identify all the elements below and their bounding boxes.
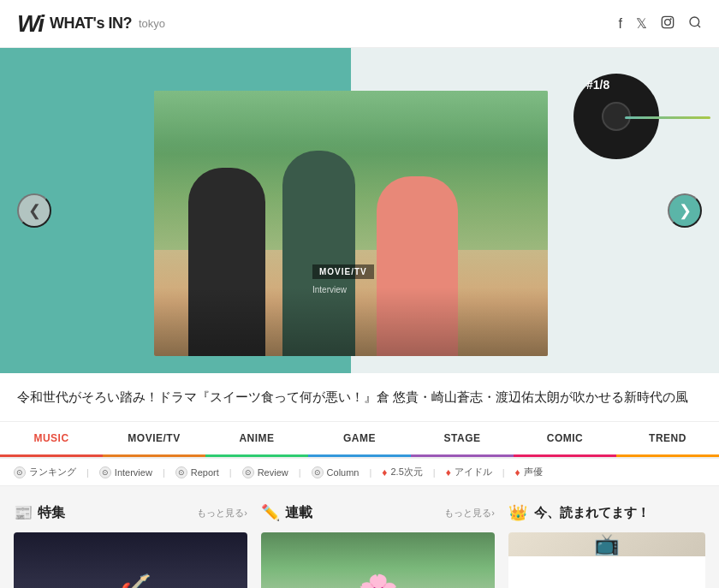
tag-ranking-icon: ⊙ bbox=[14, 466, 26, 478]
tokushu-header: 📰 特集 もっと見る› bbox=[14, 503, 247, 522]
svg-point-3 bbox=[690, 17, 699, 27]
tag-review-icon: ⊙ bbox=[242, 466, 254, 478]
logo-sub: tokyo bbox=[139, 17, 165, 30]
cat-nav-comic[interactable]: COMIC bbox=[514, 422, 616, 457]
svg-line-4 bbox=[698, 25, 700, 27]
svg-point-2 bbox=[670, 18, 672, 20]
rensai-more-link[interactable]: もっと見る› bbox=[444, 507, 495, 520]
svg-point-1 bbox=[665, 19, 671, 25]
trending-thumb-1: 📺 bbox=[508, 532, 705, 556]
tag-idol-icon: ♦ bbox=[446, 466, 451, 478]
tag-2-5-icon: ♦ bbox=[382, 466, 387, 478]
record-container: #1/8 bbox=[573, 74, 668, 168]
tag-seiyuu[interactable]: ♦ 声優 bbox=[515, 466, 543, 478]
record-line bbox=[625, 116, 710, 119]
rensai-header: ✏️ 連載 もっと見る› bbox=[261, 503, 495, 522]
hero-image: MOVIE/TV Interview bbox=[154, 91, 548, 356]
cat-nav-music[interactable]: MUSIC bbox=[0, 422, 103, 457]
svg-rect-0 bbox=[662, 16, 673, 27]
tag-review[interactable]: ⊙ Review bbox=[242, 466, 288, 478]
trending-header: 👑 今、読まれてます！ bbox=[508, 503, 705, 522]
tag-ranking[interactable]: ⊙ ランキング bbox=[14, 466, 76, 478]
header-icons: f 𝕏 bbox=[619, 15, 702, 33]
header: Wi WHAT's IN? tokyo f 𝕏 bbox=[0, 0, 719, 48]
cat-nav-trend[interactable]: TREND bbox=[616, 422, 719, 457]
tag-column-icon: ⊙ bbox=[312, 466, 324, 478]
record-number: #1/8 bbox=[586, 78, 609, 92]
left-content: 📰 特集 もっと見る› 🎸 ✏️ 連載 もっと見る› 🌸 bbox=[14, 503, 495, 588]
guitar-image: 🎸 bbox=[14, 532, 247, 588]
tag-report[interactable]: ⊙ Report bbox=[175, 466, 219, 478]
facebook-icon[interactable]: f bbox=[619, 16, 622, 32]
logo-wi-icon: Wi bbox=[17, 10, 43, 38]
cat-nav-movie[interactable]: MOVIE/TV bbox=[103, 422, 205, 457]
tokushu-more-link[interactable]: もっと見る› bbox=[197, 507, 247, 520]
tag-idol[interactable]: ♦ アイドル bbox=[446, 466, 492, 478]
twitter-icon[interactable]: 𝕏 bbox=[636, 15, 647, 32]
tag-report-icon: ⊙ bbox=[175, 466, 187, 478]
rensai-title: ✏️ 連載 bbox=[261, 503, 312, 522]
rensai-image: 🌸 bbox=[261, 532, 495, 588]
hero-caption: 令和世代がそろい踏み！ドラマ『スイーツ食って何が悪い！』倉 悠貴・崎山蒼志・渡辺… bbox=[0, 373, 719, 422]
cat-nav-game[interactable]: GAME bbox=[308, 422, 411, 457]
tokushu-image: 🎸 bbox=[14, 532, 247, 588]
prev-arrow-button[interactable]: ❮ bbox=[17, 193, 51, 228]
logo[interactable]: Wi WHAT's IN? tokyo bbox=[17, 10, 165, 38]
tag-interview-icon: ⊙ bbox=[99, 466, 111, 478]
hero-section: MOVIE/TV Interview #1/8 ❮ ❯ bbox=[0, 48, 719, 373]
tag-2-5[interactable]: ♦ 2.5次元 bbox=[382, 466, 422, 478]
tokushu-section: 📰 特集 もっと見る› 🎸 bbox=[14, 503, 247, 588]
tag-bar: ⊙ ランキング | ⊙ Interview | ⊙ Report | ⊙ Rev… bbox=[0, 459, 719, 486]
tag-column[interactable]: ⊙ Column bbox=[312, 466, 360, 478]
hero-overlay bbox=[154, 288, 548, 356]
tag-seiyuu-icon: ♦ bbox=[515, 466, 520, 478]
logo-text: WHAT's IN? bbox=[50, 15, 132, 33]
content-area: 📰 特集 もっと見る› 🎸 ✏️ 連載 もっと見る› 🌸 bbox=[0, 486, 719, 588]
cat-nav-anime[interactable]: ANIME bbox=[205, 422, 308, 457]
tokushu-icon: 📰 bbox=[14, 503, 33, 522]
hero-category-badge: MOVIE/TV bbox=[312, 264, 374, 279]
cat-nav-stage[interactable]: STAGE bbox=[411, 422, 514, 457]
crown-icon: 👑 bbox=[508, 503, 527, 522]
rensai-icon: ✏️ bbox=[261, 503, 280, 522]
trending-section: 👑 今、読まれてます！ 📺 ANIME 「ゆるキャン△」「エヴァ」「進撃も…20… bbox=[508, 503, 705, 588]
hero-sub-label: Interview bbox=[312, 285, 347, 294]
hero-caption-text: 令和世代がそろい踏み！ドラマ『スイーツ食って何が悪い！』倉 悠貴・崎山蒼志・渡辺… bbox=[17, 387, 702, 407]
flower-image: 🌸 bbox=[261, 532, 495, 588]
rensai-section: ✏️ 連載 もっと見る› 🌸 bbox=[261, 503, 495, 588]
tag-interview[interactable]: ⊙ Interview bbox=[99, 466, 152, 478]
instagram-icon[interactable] bbox=[661, 15, 674, 33]
search-icon[interactable] bbox=[688, 15, 702, 33]
hero-photo bbox=[154, 91, 548, 356]
next-arrow-button[interactable]: ❯ bbox=[668, 193, 702, 228]
trending-item-1[interactable]: 📺 ANIME 「ゆるキャン△」「エヴァ」「進撃も…2020年に向け備えたいアニ… bbox=[508, 532, 705, 588]
tokushu-title: 📰 特集 bbox=[14, 503, 65, 522]
category-nav: MUSIC MOVIE/TV ANIME GAME STAGE COMIC TR… bbox=[0, 422, 719, 459]
trending-title: 今、読まれてます！ bbox=[534, 505, 650, 521]
